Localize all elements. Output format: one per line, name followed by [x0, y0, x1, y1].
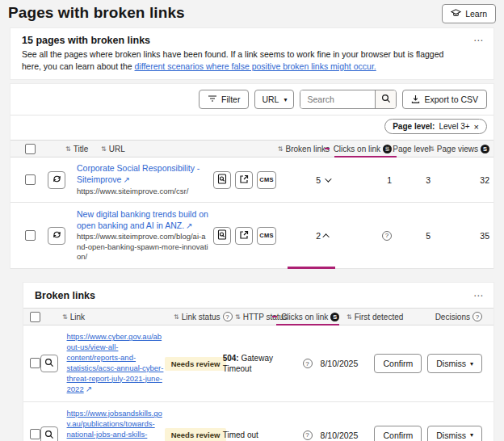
learn-button-label: Learn	[465, 9, 487, 19]
row-checkbox[interactable]	[30, 358, 40, 368]
page-views-cell: 32	[430, 175, 489, 185]
open-page-button[interactable]	[235, 171, 253, 189]
http-status-cell: Timed out	[223, 430, 285, 440]
search-group	[300, 90, 397, 109]
page-link[interactable]: New digital banking trends build on open…	[77, 209, 208, 231]
filter-tag-value: Level 3+	[439, 122, 469, 131]
column-header-page-level[interactable]: ⇅ Page level	[385, 141, 430, 157]
column-header-title-label: Title	[74, 145, 89, 153]
open-cms-button[interactable]: CMS	[257, 171, 276, 189]
open-external-icon	[239, 174, 249, 186]
page-report-button[interactable]	[213, 171, 231, 189]
question-icon: ?	[303, 430, 313, 440]
select-all-cell	[25, 141, 36, 157]
http-status-cell: 504: Gateway Timeout	[223, 353, 285, 374]
inspect-link-button[interactable]	[40, 355, 58, 372]
broken-links-table-header: ⇅ Link ⇅ Link status ? ⇅ HTTP status Cli…	[23, 308, 494, 326]
page-level-cell: 3	[392, 175, 430, 185]
column-header-title[interactable]: ⇅ Title	[65, 141, 88, 157]
filter-button[interactable]: Filter	[199, 90, 249, 109]
column-header-url[interactable]: ⇅ URL	[101, 141, 125, 157]
column-header-link-status[interactable]: ⇅ Link status ?	[174, 309, 233, 325]
refresh-icon	[52, 174, 62, 186]
broken-links-count-cell[interactable]: 2	[288, 231, 330, 241]
broken-link-url[interactable]: https://www.cyber.gov.au/about-us/view-a…	[67, 332, 165, 395]
search-submit-button[interactable]	[375, 90, 396, 108]
column-header-clicks-on-link[interactable]: Clicks on link S	[325, 141, 392, 157]
page-level-filter-tag[interactable]: Page level: Level 3+ ×	[384, 119, 487, 134]
page-views-cell: 35	[430, 231, 489, 241]
export-csv-button[interactable]: Export to CSV	[402, 90, 487, 109]
inspect-link-button[interactable]	[40, 426, 58, 441]
column-header-broken-links[interactable]: ⇅ Broken links	[278, 141, 330, 157]
column-header-page-level-label: Page level	[393, 145, 430, 153]
select-all-checkbox[interactable]	[25, 144, 36, 154]
broken-links-count-cell[interactable]: 5	[288, 175, 330, 185]
search-input[interactable]	[300, 90, 375, 108]
pages-panel: Filter URL ▾ Export to CSV Page level: L…	[10, 83, 494, 269]
http-code: 504:	[223, 354, 239, 363]
select-all-checkbox[interactable]	[30, 312, 40, 322]
page-level-cell: 5	[392, 231, 430, 241]
page-report-button[interactable]	[213, 227, 231, 245]
column-header-clicks-on-link[interactable]: Clicks on link S	[272, 309, 339, 325]
column-header-first-detected-label: First detected	[355, 313, 404, 321]
recheck-cell	[48, 171, 77, 189]
refresh-icon	[52, 229, 62, 242]
inspect-cell	[40, 355, 67, 372]
link-status-cell: Needs review	[165, 428, 223, 441]
search-icon	[44, 430, 54, 441]
table-row: https://www.cyber.gov.au/about-us/view-a…	[23, 326, 494, 401]
page-title-cell: Corporate Social Responsibility - Siteim…	[77, 163, 213, 196]
clicks-on-link-cell: ?	[330, 231, 392, 241]
broken-link-url[interactable]: https://www.jobsandskills.gov.au/publica…	[67, 409, 165, 441]
confirm-button[interactable]: Confirm	[374, 426, 422, 441]
summary-overflow-menu-icon[interactable]: ⋯	[473, 35, 484, 46]
learn-button[interactable]: Learn	[442, 4, 496, 23]
row-checkbox[interactable]	[30, 429, 40, 439]
info-icon[interactable]: ?	[223, 312, 233, 321]
remove-filter-icon[interactable]: ×	[474, 122, 479, 132]
row-checkbox[interactable]	[25, 174, 36, 185]
dismiss-button-label: Dismiss	[436, 359, 466, 368]
chevron-down-icon: ▾	[470, 360, 473, 368]
recheck-page-button[interactable]	[48, 171, 65, 189]
broken-links-overflow-menu-icon[interactable]: ⋯	[473, 290, 484, 301]
analytics-badge-icon: S	[481, 145, 489, 153]
column-header-link-status-label: Link status	[182, 313, 220, 321]
column-header-page-views[interactable]: ⇅ Page views S	[429, 141, 489, 157]
search-scope-select[interactable]: URL ▾	[254, 90, 294, 109]
export-csv-label: Export to CSV	[424, 94, 478, 104]
needs-review-badge: Needs review	[165, 428, 227, 441]
active-filters-row: Page level: Level 3+ ×	[10, 116, 494, 140]
table-toolbar: Filter URL ▾ Export to CSV	[10, 84, 494, 116]
sort-icon: ⇅	[174, 313, 179, 321]
first-detected-cell: 8/10/2025	[313, 359, 375, 368]
confirm-button[interactable]: Confirm	[374, 354, 422, 373]
download-icon	[411, 94, 420, 105]
page-report-icon	[217, 229, 227, 242]
row-checkbox-cell	[10, 230, 48, 241]
summary-heading: 15 pages with broken links	[22, 35, 482, 46]
decisions-cell: Confirm Dismiss ▾	[374, 354, 494, 373]
analytics-badge-icon: S	[330, 313, 339, 321]
dismiss-button-label: Dismiss	[436, 430, 466, 440]
clicks-on-link-cell: ?	[284, 359, 312, 368]
open-cms-button[interactable]: CMS	[257, 227, 276, 245]
dismiss-button[interactable]: Dismiss ▾	[427, 426, 482, 441]
sort-icon: ⇅	[346, 313, 352, 321]
dismiss-button[interactable]: Dismiss ▾	[427, 354, 482, 373]
page-link[interactable]: Corporate Social Responsibility - Siteim…	[77, 163, 208, 185]
recheck-page-button[interactable]	[48, 227, 65, 245]
info-icon[interactable]: ?	[472, 312, 482, 321]
table-row: New digital banking trends build on open…	[10, 203, 494, 269]
row-checkbox[interactable]	[25, 230, 36, 241]
graduation-cap-icon	[451, 9, 461, 19]
table-row: Corporate Social Responsibility - Siteim…	[10, 158, 494, 203]
sort-icon: ⇅	[278, 145, 284, 153]
column-header-first-detected[interactable]: ⇅ First detected	[346, 309, 403, 325]
false-positive-help-link[interactable]: different scenarios where false positive…	[135, 61, 376, 71]
open-page-button[interactable]	[235, 227, 253, 245]
column-header-decisions[interactable]: Decisions ?	[435, 309, 482, 325]
column-header-link[interactable]: ⇅ Link	[62, 309, 85, 325]
